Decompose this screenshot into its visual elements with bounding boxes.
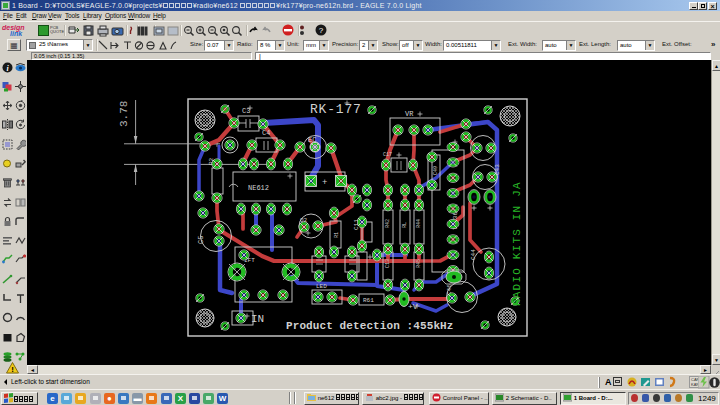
svg-text:R42: R42 xyxy=(385,219,391,228)
svg-text:LED: LED xyxy=(316,283,327,290)
svg-text:NE612: NE612 xyxy=(248,184,269,192)
svg-text:!: ! xyxy=(11,365,14,374)
svg-text:RL: RL xyxy=(402,222,408,228)
svg-text:3.78: 3.78 xyxy=(118,101,130,127)
svg-text:C13: C13 xyxy=(385,259,391,268)
svg-text:C49: C49 xyxy=(433,166,439,175)
svg-text:C17: C17 xyxy=(383,152,392,158)
svg-text:R61: R61 xyxy=(363,297,374,304)
svg-text:VR: VR xyxy=(405,110,414,118)
svg-text:RADIO KITS IN JA: RADIO KITS IN JA xyxy=(511,181,523,306)
svg-text:IN: IN xyxy=(251,313,264,325)
svg-text:R44: R44 xyxy=(416,219,422,228)
svg-text:Product detection :455kHz: Product detection :455kHz xyxy=(286,320,454,332)
svg-text:C4: C4 xyxy=(262,129,270,137)
svg-text:C5: C5 xyxy=(197,236,205,244)
svg-text:RK-177: RK-177 xyxy=(310,102,362,117)
svg-text:+V: +V xyxy=(408,302,418,311)
svg-text:R1: R1 xyxy=(334,232,340,238)
svg-text:?: ? xyxy=(319,26,324,35)
svg-text:R45: R45 xyxy=(416,259,422,268)
svg-text:C44: C44 xyxy=(470,249,477,260)
svg-text:+: + xyxy=(322,178,327,188)
